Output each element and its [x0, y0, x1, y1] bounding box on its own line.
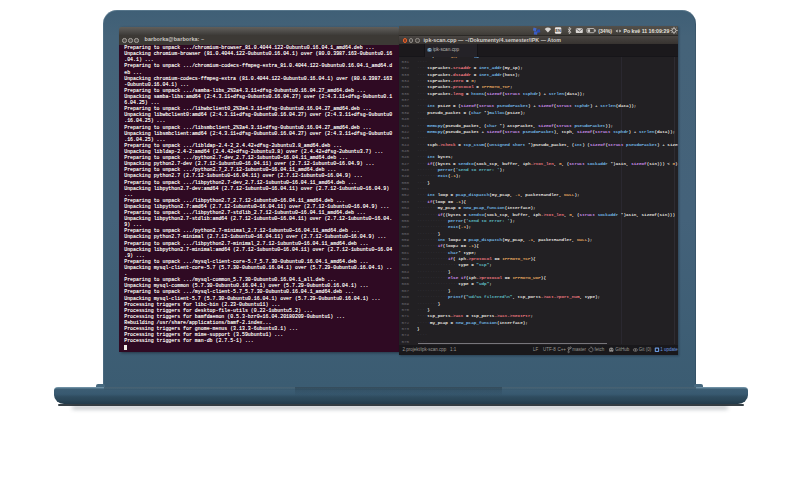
svg-text:EN: EN — [555, 29, 561, 34]
